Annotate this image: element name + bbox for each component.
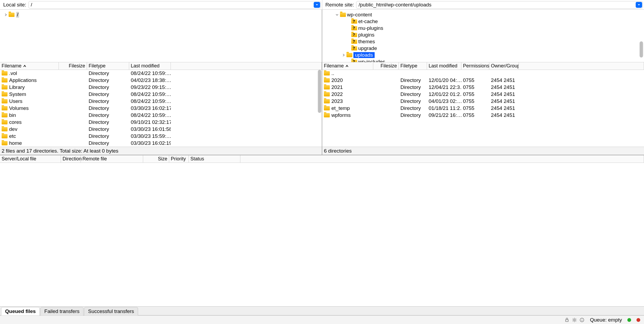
table-row[interactable]: 2022Directory12/01/22 01:2…07552454 2451 bbox=[322, 91, 644, 98]
table-row[interactable]: devDirectory03/30/23 16:01:58 bbox=[0, 126, 322, 133]
local-pane: / Filename Filesize Filetype Last modifi… bbox=[0, 10, 322, 155]
gear-icon[interactable] bbox=[572, 317, 577, 323]
modified-label: 12/04/21 22:3… bbox=[427, 84, 461, 90]
tab-successful-transfers[interactable]: Successful transfers bbox=[84, 307, 138, 315]
local-tree[interactable]: / bbox=[0, 10, 322, 62]
col-permissions[interactable]: Permissions bbox=[461, 62, 489, 70]
local-path-input[interactable] bbox=[29, 2, 314, 8]
col-filetype[interactable]: Filetype bbox=[87, 62, 129, 70]
col-serverlocal[interactable]: Server/Local file bbox=[0, 155, 61, 163]
table-row[interactable]: 2021Directory12/04/21 22:3…07552454 2451 bbox=[322, 84, 644, 91]
chevron-right-icon[interactable] bbox=[342, 53, 345, 57]
col-filesize[interactable]: Filesize bbox=[59, 62, 87, 70]
col-remotefile[interactable]: Remote file bbox=[81, 155, 143, 163]
tree-item[interactable]: uploads bbox=[322, 52, 644, 58]
scrollbar-thumb[interactable] bbox=[318, 70, 321, 113]
col-filesize[interactable]: Filesize bbox=[373, 62, 399, 70]
panes: / Filename Filesize Filetype Last modifi… bbox=[0, 10, 644, 155]
table-row[interactable]: wpformsDirectory09/21/22 16:…07552454 24… bbox=[322, 112, 644, 119]
folder-icon bbox=[2, 71, 8, 75]
remote-list-body[interactable]: ..2020Directory12/01/20 04:…07552454 245… bbox=[322, 70, 644, 147]
filetype-label: Directory bbox=[399, 98, 427, 104]
col-status[interactable]: Status bbox=[189, 155, 240, 163]
remote-list-header[interactable]: Filename Filesize Filetype Last modified… bbox=[322, 62, 644, 70]
table-row[interactable]: LibraryDirectory09/23/22 09:15:… bbox=[0, 84, 322, 91]
local-site-label: Local site: bbox=[1, 2, 28, 8]
table-row[interactable]: coresDirectory09/10/21 02:32:17 bbox=[0, 119, 322, 126]
chevron-right-icon[interactable] bbox=[4, 13, 8, 17]
remote-path-dropdown-icon[interactable] bbox=[636, 2, 642, 8]
col-priority[interactable]: Priority bbox=[169, 155, 189, 163]
table-row[interactable]: VolumesDirectory03/30/23 16:02:17 bbox=[0, 105, 322, 112]
col-lastmodified[interactable]: Last modified bbox=[427, 62, 461, 70]
col-filetype[interactable]: Filetype bbox=[399, 62, 427, 70]
tree-item[interactable]: mu-plugins bbox=[322, 25, 644, 31]
tree-item[interactable]: plugins bbox=[322, 31, 644, 38]
queue-header[interactable]: Server/Local file Direction Remote file … bbox=[0, 155, 644, 163]
scrollbar[interactable] bbox=[639, 41, 643, 57]
local-tree-root-row[interactable]: / bbox=[0, 11, 322, 18]
local-path-combobox[interactable] bbox=[28, 1, 321, 9]
modified-label: 03/30/23 16:02:19 bbox=[129, 140, 171, 146]
tree-item[interactable]: wp-content bbox=[322, 11, 644, 18]
tree-item[interactable]: et-cache bbox=[322, 18, 644, 25]
local-path-cell: Local site: bbox=[0, 0, 322, 9]
folder-icon bbox=[2, 92, 8, 96]
lock-icon[interactable] bbox=[564, 317, 570, 323]
table-row[interactable]: et_tempDirectory01/18/21 11:2…07552454 2… bbox=[322, 105, 644, 112]
statusbar: Queue: empty bbox=[0, 315, 644, 324]
modified-label: 08/24/22 10:59:… bbox=[129, 91, 171, 97]
table-row[interactable]: SystemDirectory08/24/22 10:59:… bbox=[0, 91, 322, 98]
col-size[interactable]: Size bbox=[143, 155, 169, 163]
modified-label: 03/30/23 16:02:17 bbox=[129, 105, 171, 111]
filetype-label: Directory bbox=[399, 112, 427, 118]
local-list-body[interactable]: .volDirectory08/24/22 10:59:…Application… bbox=[0, 70, 322, 147]
tree-label: themes bbox=[358, 39, 375, 45]
folder-unknown-icon bbox=[351, 60, 357, 63]
remote-path-combobox[interactable] bbox=[356, 1, 643, 9]
table-row[interactable]: etcDirectory03/30/23 15:59:… bbox=[0, 133, 322, 140]
queue-body[interactable] bbox=[0, 163, 644, 306]
permissions-label: 0755 bbox=[461, 84, 489, 90]
remote-status: 6 directories bbox=[322, 147, 644, 155]
col-filename[interactable]: Filename bbox=[322, 62, 373, 70]
table-row[interactable]: .volDirectory08/24/22 10:59:… bbox=[0, 70, 322, 77]
col-filename[interactable]: Filename bbox=[0, 62, 59, 70]
filetype-label: Directory bbox=[87, 133, 129, 139]
scrollbar[interactable] bbox=[317, 70, 322, 113]
table-row[interactable]: homeDirectory03/30/23 16:02:19 bbox=[0, 140, 322, 147]
filename-label: Applications bbox=[9, 77, 37, 83]
table-row[interactable]: 2023Directory04/01/23 02:…07552454 2451 bbox=[322, 98, 644, 105]
table-row[interactable]: ApplicationsDirectory04/02/23 18:38:… bbox=[0, 77, 322, 84]
filetype-label: Directory bbox=[399, 77, 427, 83]
local-status: 2 files and 17 directories. Total size: … bbox=[0, 147, 322, 155]
info-icon[interactable] bbox=[579, 317, 585, 323]
tree-item[interactable]: wp-includes bbox=[322, 58, 644, 62]
tab-queued-files[interactable]: Queued files bbox=[1, 307, 40, 315]
table-row[interactable]: binDirectory08/24/22 10:59:… bbox=[0, 112, 322, 119]
folder-icon bbox=[9, 13, 15, 17]
chevron-down-icon[interactable] bbox=[335, 13, 339, 17]
tab-failed-transfers[interactable]: Failed transfers bbox=[40, 307, 84, 315]
remote-pane: wp-contentet-cachemu-pluginspluginstheme… bbox=[322, 10, 644, 155]
table-row[interactable]: .. bbox=[322, 70, 644, 77]
modified-label: 04/01/23 02:… bbox=[427, 98, 461, 104]
modified-label: 08/24/22 10:59:… bbox=[129, 70, 171, 76]
remote-path-input[interactable] bbox=[356, 2, 636, 8]
remote-tree[interactable]: wp-contentet-cachemu-pluginspluginstheme… bbox=[322, 10, 644, 62]
col-lastmodified[interactable]: Last modified bbox=[129, 62, 171, 70]
filetype-label: Directory bbox=[87, 112, 129, 118]
col-direction[interactable]: Direction bbox=[61, 155, 81, 163]
filename-label: Users bbox=[9, 98, 23, 104]
col-ownergroup[interactable]: Owner/Group bbox=[489, 62, 519, 70]
table-row[interactable]: UsersDirectory08/24/22 10:59:… bbox=[0, 98, 322, 105]
scrollbar-thumb[interactable] bbox=[640, 41, 643, 57]
table-row[interactable]: 2020Directory12/01/20 04:…07552454 2451 bbox=[322, 77, 644, 84]
local-list-header[interactable]: Filename Filesize Filetype Last modified bbox=[0, 62, 322, 70]
permissions-label: 0755 bbox=[461, 112, 489, 118]
local-path-dropdown-icon[interactable] bbox=[314, 2, 320, 8]
filename-label: System bbox=[9, 91, 26, 97]
tree-item[interactable]: upgrade bbox=[322, 45, 644, 52]
tree-item[interactable]: themes bbox=[322, 38, 644, 45]
filename-label: 2021 bbox=[331, 84, 343, 90]
